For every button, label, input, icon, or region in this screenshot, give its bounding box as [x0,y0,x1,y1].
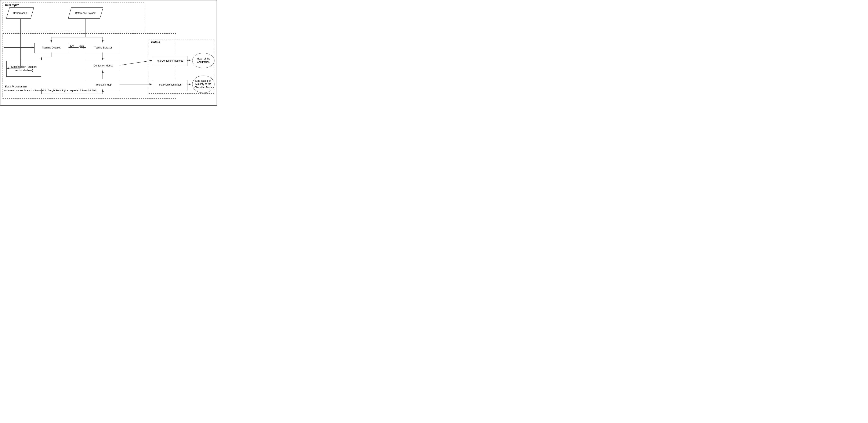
prediction-map-box: Prediction Map [86,80,120,90]
description-text: Automated process for each orthomosaic i… [4,89,97,92]
reference-dataset-label: Reference Dataset [75,12,96,14]
classification-label: Classification (SupportVector Machine) [11,65,36,72]
orthomosaic-label: Orthomosaic [13,12,27,14]
testing-dataset-box: Testing Dataset [86,43,120,53]
confusion-matrix-label: Confusion Matrix [94,64,113,67]
orthomosaic-shape: Orthomosaic [6,7,34,19]
label-data-input: Data Input [4,3,20,6]
map-based-ellipse: Map based onMajority of theClassified Ma… [192,75,214,93]
reference-dataset-shape: Reference Dataset [68,7,103,19]
classification-box: Classification (SupportVector Machine) [6,61,41,77]
five-confusion-matrices-label: 5 x Confusion Matrices [157,59,183,63]
training-dataset-label: Training Dataset [42,46,61,50]
prediction-map-label: Prediction Map [95,83,112,87]
five-confusion-matrices-box: 5 x Confusion Matrices [153,56,188,66]
mean-accuracies-ellipse: Mean of theAccuracies [192,53,214,68]
training-dataset-box: Training Dataset [34,43,68,53]
diagram-container: Data Input Output Orthomosaic Reference … [0,0,217,106]
five-prediction-maps-box: 5 x Prediction Maps [153,80,188,90]
confusion-matrix-box: Confusion Matrix [86,61,120,71]
mean-accuracies-label: Mean of theAccuracies [197,57,210,64]
pct-80-label: 80% [70,44,74,47]
five-prediction-maps-label: 5 x Prediction Maps [159,83,181,87]
map-based-label: Map based onMajority of theClassified Ma… [194,80,212,89]
pct-20-label: 20% [80,44,84,47]
label-output: Output [150,40,161,43]
testing-dataset-label: Testing Dataset [94,46,112,50]
label-data-processing: Data Processing [4,85,28,88]
